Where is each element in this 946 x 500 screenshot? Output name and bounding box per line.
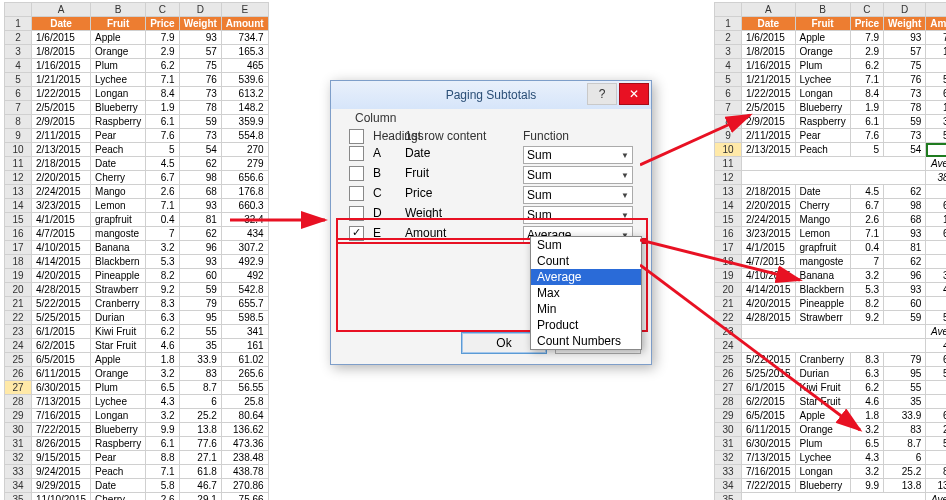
cell[interactable]: 5/22/2015 <box>32 297 91 311</box>
cell[interactable]: Durian <box>91 311 146 325</box>
row-header[interactable]: 14 <box>715 199 742 213</box>
row-header[interactable]: 26 <box>5 367 32 381</box>
row-header[interactable]: 15 <box>5 213 32 227</box>
row-header[interactable]: 9 <box>5 129 32 143</box>
row-header[interactable]: 21 <box>715 297 742 311</box>
cell[interactable]: 359.9 <box>926 115 946 129</box>
row-header[interactable]: 8 <box>5 115 32 129</box>
cell[interactable]: 95 <box>179 311 221 325</box>
row-header[interactable]: 35 <box>715 493 742 501</box>
cell[interactable]: 1/21/2015 <box>742 73 796 87</box>
row-header[interactable]: 5 <box>5 73 32 87</box>
cell[interactable]: 1/6/2015 <box>32 31 91 45</box>
cell[interactable]: 6.2 <box>850 59 883 73</box>
cell[interactable]: 341 <box>926 381 946 395</box>
cell[interactable]: 434 <box>221 227 268 241</box>
cell[interactable]: 734.7 <box>221 31 268 45</box>
cell[interactable]: 61.02 <box>926 409 946 423</box>
cell[interactable]: Cherry <box>91 171 146 185</box>
function-select[interactable]: Sum▼ <box>523 186 633 204</box>
row-header[interactable]: 10 <box>715 143 742 157</box>
cell[interactable]: 7.1 <box>146 199 179 213</box>
function-select[interactable]: Sum▼ <box>523 206 633 224</box>
cell[interactable]: Cherry <box>795 199 850 213</box>
cell[interactable]: 2/11/2015 <box>742 129 796 143</box>
cell[interactable]: 75.66 <box>221 493 268 501</box>
cell[interactable]: 9.2 <box>146 283 179 297</box>
row-header[interactable]: 12 <box>715 171 742 185</box>
dropdown-item[interactable]: Count <box>531 253 641 269</box>
cell[interactable]: 35 <box>884 395 926 409</box>
cell[interactable]: 4/14/2015 <box>32 255 91 269</box>
cell[interactable]: 7/13/2015 <box>32 395 91 409</box>
cell[interactable]: 8.4 <box>850 87 883 101</box>
cell[interactable]: 8.4 <box>146 87 179 101</box>
col-header[interactable]: D <box>179 3 221 17</box>
dropdown-item[interactable]: Min <box>531 301 641 317</box>
cell[interactable]: 473.36 <box>221 437 268 451</box>
col-header[interactable]: B <box>91 3 146 17</box>
cell[interactable]: 6.2 <box>850 381 883 395</box>
cell[interactable]: 4.5 <box>850 185 883 199</box>
cell[interactable]: 279 <box>221 157 268 171</box>
cell[interactable]: 3.2 <box>850 423 883 437</box>
cell[interactable]: 6.2 <box>146 325 179 339</box>
cell[interactable]: 59 <box>884 311 926 325</box>
cell[interactable]: 1/22/2015 <box>742 87 796 101</box>
cell[interactable]: 93 <box>884 31 926 45</box>
cell[interactable]: 0.4 <box>146 213 179 227</box>
cell[interactable]: 7.1 <box>146 465 179 479</box>
cell[interactable]: 4/28/2015 <box>32 283 91 297</box>
cell[interactable]: 2.6 <box>850 213 883 227</box>
cell[interactable]: 307.2 <box>926 269 946 283</box>
row-header[interactable]: 28 <box>715 395 742 409</box>
cell[interactable]: 4.5 <box>146 157 179 171</box>
cell[interactable]: 613.2 <box>221 87 268 101</box>
cell[interactable]: Longan <box>91 87 146 101</box>
dropdown-item[interactable]: Count Numbers <box>531 333 641 349</box>
cell[interactable]: 95 <box>884 367 926 381</box>
cell[interactable]: Mango <box>795 213 850 227</box>
row-header[interactable]: 6 <box>715 87 742 101</box>
cell[interactable]: 25.2 <box>179 409 221 423</box>
cell[interactable]: 0.4 <box>850 241 883 255</box>
cell[interactable]: 7.9 <box>146 31 179 45</box>
row-header[interactable]: 24 <box>5 339 32 353</box>
row-header[interactable]: 31 <box>5 437 32 451</box>
row-header[interactable]: 1 <box>5 17 32 31</box>
cell[interactable]: 341 <box>221 325 268 339</box>
cell[interactable]: 76 <box>884 73 926 87</box>
row-header[interactable]: 33 <box>5 465 32 479</box>
cell[interactable]: 307.2 <box>221 241 268 255</box>
row-header[interactable]: 10 <box>5 143 32 157</box>
row-header[interactable]: 18 <box>5 255 32 269</box>
cell[interactable]: Orange <box>91 45 146 59</box>
row-header[interactable]: 2 <box>715 31 742 45</box>
column-checkbox[interactable] <box>349 166 364 181</box>
row-header[interactable]: 7 <box>5 101 32 115</box>
cell[interactable]: 62 <box>884 185 926 199</box>
cell[interactable]: 7 <box>146 227 179 241</box>
cell[interactable]: 1.9 <box>146 101 179 115</box>
cell[interactable]: 4/1/2015 <box>742 241 796 255</box>
cell[interactable]: Cranberry <box>91 297 146 311</box>
cell[interactable]: 29.1 <box>179 493 221 501</box>
cell[interactable]: Mango <box>91 185 146 199</box>
row-header[interactable]: 21 <box>5 297 32 311</box>
cell[interactable]: Cherry <box>91 493 146 501</box>
cell[interactable]: 73 <box>179 129 221 143</box>
cell[interactable]: 98 <box>884 199 926 213</box>
cell[interactable]: 35 <box>179 339 221 353</box>
col-header[interactable] <box>5 3 32 17</box>
cell[interactable]: 1/6/2015 <box>742 31 796 45</box>
cell[interactable]: 59 <box>179 283 221 297</box>
cell[interactable]: Orange <box>91 367 146 381</box>
cell[interactable]: 2/20/2015 <box>32 171 91 185</box>
cell[interactable]: 6/1/2015 <box>742 381 796 395</box>
cell[interactable]: 1.9 <box>850 101 883 115</box>
cell[interactable]: 33.9 <box>884 409 926 423</box>
cell[interactable]: Durian <box>795 367 850 381</box>
row-header[interactable]: 20 <box>5 283 32 297</box>
cell[interactable]: 6.1 <box>850 115 883 129</box>
cell[interactable]: 6/2/2015 <box>742 395 796 409</box>
